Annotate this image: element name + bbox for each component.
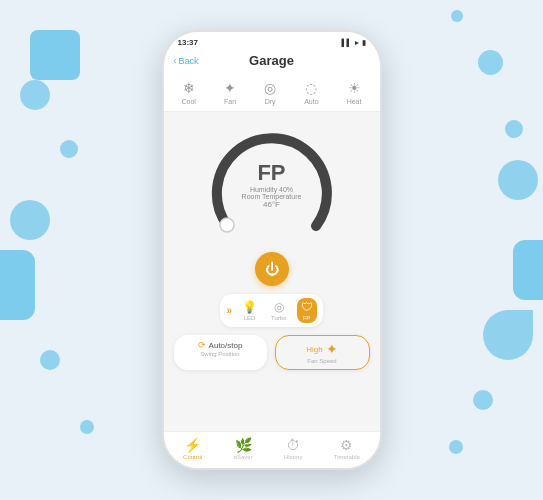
sub-tab-fp[interactable]: 🛡 FP [297, 298, 317, 323]
sub-tab-led[interactable]: 💡 LED [238, 298, 261, 323]
bottom-nav: ⚡ Control 🌿 eSaver ⏱ History ⚙ Timetable [164, 431, 380, 468]
arc-display: FP Humidity 40% Room Temperature 46°F [207, 120, 337, 250]
mode-tabs: ❄ Cool ✦ Fan ◎ Dry ◌ Auto ☀ Heat [164, 74, 380, 112]
phone-frame: 13:37 ▌▌ ▸ ▮ ‹ Back Garage ❄ Cool ✦ Fan [162, 30, 382, 470]
esaver-nav-label: eSaver [234, 454, 253, 460]
dry-icon: ◎ [264, 80, 276, 96]
status-time: 13:37 [178, 38, 198, 47]
arc-humidity: Humidity 40% [242, 186, 302, 193]
swing-icon: ⟳ [198, 340, 206, 350]
fan-speed-icon: ✦ [326, 341, 338, 357]
swing-position-button[interactable]: ⟳ Auto/stop Swing Position [174, 335, 267, 370]
arc-mode-text: FP [242, 162, 302, 184]
turbo-label: Turbo [271, 315, 286, 321]
power-icon: ⏻ [265, 261, 279, 277]
controls-row: ⟳ Auto/stop Swing Position High ✦ Fan Sp… [174, 335, 370, 370]
nav-esaver[interactable]: 🌿 eSaver [234, 437, 253, 460]
swing-inner: ⟳ Auto/stop [198, 340, 243, 350]
back-label: Back [179, 56, 199, 66]
main-content: FP Humidity 40% Room Temperature 46°F ⏻ … [164, 112, 380, 431]
fp-icon: 🛡 [301, 300, 313, 314]
control-nav-label: Control [183, 454, 202, 460]
fan-speed-button[interactable]: High ✦ Fan Speed [275, 335, 370, 370]
wifi-icon: ▸ [355, 39, 359, 47]
cool-icon: ❄ [183, 80, 195, 96]
fp-label: FP [303, 315, 311, 321]
turbo-icon: ◎ [274, 300, 284, 314]
nav-control[interactable]: ⚡ Control [183, 437, 202, 460]
phone-screen: 13:37 ▌▌ ▸ ▮ ‹ Back Garage ❄ Cool ✦ Fan [164, 32, 380, 468]
cool-label: Cool [182, 98, 196, 105]
history-icon: ⏱ [286, 437, 300, 453]
fan-icon: ✦ [224, 80, 236, 96]
tab-dry[interactable]: ◎ Dry [264, 80, 276, 105]
tab-fan[interactable]: ✦ Fan [224, 80, 236, 105]
history-nav-label: History [284, 454, 303, 460]
fan-speed-label: Fan Speed [307, 358, 336, 364]
arc-center: FP Humidity 40% Room Temperature 46°F [242, 162, 302, 209]
status-icons: ▌▌ ▸ ▮ [342, 39, 366, 47]
auto-icon: ◌ [305, 80, 317, 96]
power-button[interactable]: ⏻ [255, 252, 289, 286]
auto-label: Auto [304, 98, 318, 105]
dry-label: Dry [265, 98, 276, 105]
fan-speed-value: High [306, 345, 322, 354]
arc-temp-value: 46°F [242, 200, 302, 209]
tab-auto[interactable]: ◌ Auto [304, 80, 318, 105]
sub-tab-turbo[interactable]: ◎ Turbo [267, 298, 290, 323]
swing-value: Auto/stop [209, 341, 243, 350]
timetable-nav-label: Timetable [334, 454, 360, 460]
sub-mode-tabs: » 💡 LED ◎ Turbo 🛡 FP [220, 294, 322, 327]
swing-label: Swing Position [200, 351, 239, 357]
nav-history[interactable]: ⏱ History [284, 437, 303, 460]
heat-label: Heat [347, 98, 362, 105]
battery-icon: ▮ [362, 39, 366, 47]
phone-notch [242, 32, 302, 46]
arc-temp-label: Room Temperature [242, 193, 302, 200]
back-button[interactable]: ‹ Back [174, 56, 199, 66]
timetable-icon: ⚙ [340, 437, 353, 453]
nav-timetable[interactable]: ⚙ Timetable [334, 437, 360, 460]
svg-point-0 [220, 218, 234, 232]
control-icon: ⚡ [184, 437, 201, 453]
app-header: ‹ Back Garage [164, 49, 380, 74]
fan-speed-inner: High ✦ [306, 341, 337, 357]
tab-heat[interactable]: ☀ Heat [347, 80, 362, 105]
back-chevron-icon: ‹ [174, 56, 177, 66]
led-label: LED [244, 315, 256, 321]
esaver-icon: 🌿 [235, 437, 252, 453]
chevron-right-icon: » [226, 305, 232, 316]
heat-icon: ☀ [348, 80, 361, 96]
led-icon: 💡 [242, 300, 257, 314]
fan-label: Fan [224, 98, 236, 105]
tab-cool[interactable]: ❄ Cool [182, 80, 196, 105]
page-title: Garage [249, 53, 294, 68]
signal-icon: ▌▌ [342, 39, 352, 46]
